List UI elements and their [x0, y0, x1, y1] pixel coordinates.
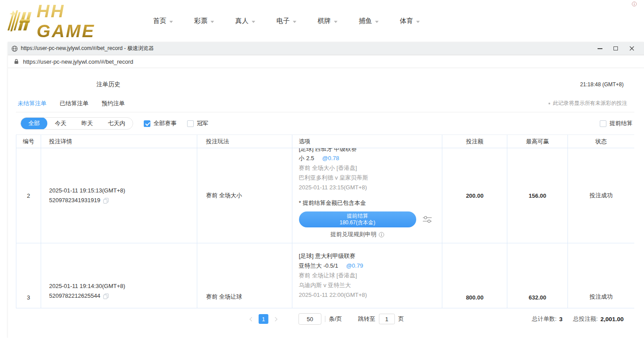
tab-reserved[interactable]: 预约注单 [102, 100, 125, 108]
close-icon [629, 46, 634, 51]
nav-item-slots[interactable]: 电子 [276, 17, 296, 25]
close-button[interactable] [624, 42, 640, 55]
cashout-adjust-icon[interactable] [422, 215, 432, 223]
copy-icon[interactable] [103, 293, 109, 299]
principal-note: * 提前结算金额已包含本金 [299, 199, 442, 207]
table-row: 3 2025-01-11 19:14:30(GMT+8) 52097822126… [16, 243, 634, 308]
nav-item-fishing[interactable]: 捕鱼 [359, 17, 379, 25]
table-header: 编号 投注详情 投注玩法 选项 投注额 最高可赢 状态 [16, 135, 634, 148]
cashout-row: 提前结算 180.67(含本金) [299, 211, 442, 227]
range-seven-days-button[interactable]: 七天内 [100, 118, 133, 129]
pagination-controls: 1 条/页 跳转至 页 [246, 313, 404, 325]
all-events-checkbox[interactable] [144, 120, 150, 127]
bet-time: 2025-01-11 19:15:13(GMT+8) [49, 186, 197, 196]
max-win: 632.00 [507, 243, 568, 308]
bullet-icon [548, 103, 550, 104]
nav-item-lottery[interactable]: 彩票 [194, 17, 214, 25]
nav-item-live[interactable]: 真人 [235, 17, 255, 25]
cashout-rule-link[interactable]: 提前兑现规则申明 [299, 230, 416, 238]
odds-value[interactable]: @0.78 [322, 154, 339, 163]
total-count-label: 总计单数: [532, 315, 557, 323]
range-yesterday-button[interactable]: 昨天 [74, 118, 100, 129]
header-no: 编号 [16, 135, 41, 148]
nav-item-cards[interactable]: 棋牌 [318, 17, 337, 25]
nav-item-sports[interactable]: 体育 [400, 17, 420, 25]
early-settlement-checkbox[interactable] [600, 120, 606, 127]
bet-amount: 800.00 [442, 243, 507, 308]
bet-pick: 小 2.5 [299, 154, 314, 163]
chevron-down-icon [169, 21, 173, 23]
lock-icon [13, 58, 19, 65]
chevron-down-icon [334, 21, 337, 23]
pagination: 1 条/页 跳转至 页 总计单数: 3 总投注额: 2,001.00 [16, 308, 634, 330]
bet-number: 2 [16, 148, 41, 243]
bet-table: 编号 投注详情 投注玩法 选项 投注额 最高可赢 状态 2 2025-01-11… [16, 134, 634, 308]
market-line: 赛前 全场大小 [香港盘] [299, 163, 442, 173]
tab-unsettled[interactable]: 未结算注单 [18, 100, 46, 108]
all-events-checkbox-group[interactable]: 全部赛事 [144, 119, 176, 127]
league-line-clipped: [足球] 西班牙 甲级联赛 [299, 148, 442, 154]
maximize-icon [613, 46, 618, 50]
floating-help-icon[interactable] [632, 0, 637, 8]
bet-option-cell[interactable]: [足球] 意大利甲级联赛 亚特兰大 -0.5/1 @0.79 赛前 全场让球 [… [292, 243, 443, 308]
max-win: 156.00 [507, 148, 568, 243]
tabs-row: 未结算注单 已结算注单 预约注单 此记录将显示所有未派彩的投注 [16, 95, 634, 112]
chevron-down-icon [375, 21, 379, 23]
bet-status: 投注成功 [568, 243, 634, 308]
match-line: 巴利亚多利德 v 皇家贝蒂斯 [299, 173, 442, 183]
nav-item-home[interactable]: 首页 [153, 17, 173, 25]
site-header: HH GAME 首页 彩票 真人 电子 棋牌 捕鱼 体育 [0, 0, 644, 42]
jump-to-label: 跳转至 [358, 315, 375, 323]
record-note: 此记录将显示所有未派彩的投注 [548, 100, 627, 107]
total-count-value: 3 [559, 316, 563, 323]
total-amount-value: 2,001.00 [600, 316, 624, 323]
bet-play: 赛前 全场让球 [197, 243, 292, 308]
jump-page-input[interactable] [379, 314, 395, 324]
page-title: 注单历史 [96, 81, 120, 88]
minimize-icon [598, 48, 602, 49]
bet-amount: 200.00 [442, 148, 507, 243]
bet-time: 2025-01-11 19:14:30(GMT+8) [49, 281, 197, 291]
minimize-button[interactable] [592, 42, 608, 55]
address-bar[interactable]: https://user-pc-new.jylywl.com/#/bet_rec… [8, 55, 644, 68]
champion-checkbox[interactable] [187, 120, 194, 127]
chevron-left-icon [249, 317, 254, 321]
chevron-down-icon [293, 21, 296, 23]
chevron-down-icon [252, 21, 255, 23]
odds-value[interactable]: @0.79 [346, 261, 363, 271]
prev-page-button[interactable] [246, 314, 256, 324]
browser-window: https://user-pc-new.jylywl.com/#/bet_rec… [8, 42, 644, 338]
bet-detail-cell: 2025-01-11 19:14:30(GMT+8) 5209782212625… [41, 243, 197, 308]
match-time-line: 2025-01-11 22:00(GMT+8) [299, 290, 442, 300]
champion-checkbox-group[interactable]: 冠军 [187, 119, 208, 127]
date-range-group: 全部 今天 昨天 七天内 [20, 117, 133, 130]
page-size-input[interactable] [299, 313, 322, 325]
match-time-line: 2025-01-11 23:15(GMT+8) [299, 183, 442, 192]
range-today-button[interactable]: 今天 [47, 118, 74, 129]
browser-titlebar[interactable]: https://user-pc-new.jylywl.com/#/bet_rec… [8, 42, 644, 55]
bet-number: 3 [16, 243, 41, 308]
total-amount-label: 总投注额: [573, 315, 598, 323]
server-clock: 21:18:48 (GMT+8) [580, 81, 624, 88]
bet-option-cell[interactable]: [足球] 西班牙 甲级联赛 小 2.5 @0.78 赛前 全场大小 [香港盘] … [292, 148, 443, 243]
cashout-button[interactable]: 提前结算 180.67(含本金) [299, 211, 416, 227]
range-all-button[interactable]: 全部 [21, 117, 47, 130]
copy-icon[interactable] [103, 198, 109, 204]
chevron-down-icon [416, 21, 420, 23]
main-nav: 首页 彩票 真人 电子 棋牌 捕鱼 体育 [153, 17, 420, 25]
table-row: 2 2025-01-11 19:15:13(GMT+8) 52097823419… [16, 148, 634, 243]
league-line: [足球] 意大利甲级联赛 [299, 251, 442, 261]
titlebar-left: https://user-pc-new.jylywl.com/#/bet_rec… [12, 45, 592, 52]
site-logo[interactable]: HH GAME [4, 1, 128, 41]
market-line: 赛前 全场让球 [香港盘] [299, 271, 442, 280]
info-icon [379, 232, 384, 238]
maximize-button[interactable] [608, 42, 624, 55]
tab-settled[interactable]: 已结算注单 [60, 100, 88, 108]
next-page-button[interactable] [271, 314, 281, 324]
divider [325, 316, 326, 322]
page-1-button[interactable]: 1 [259, 314, 268, 324]
early-settlement-checkbox-group[interactable]: 提前结算 [600, 119, 632, 127]
header-option: 选项 [292, 135, 443, 148]
screen: HH GAME 首页 彩票 真人 电子 棋牌 捕鱼 体育 https://use… [0, 0, 644, 338]
bet-pick: 亚特兰大 -0.5/1 [299, 261, 338, 271]
